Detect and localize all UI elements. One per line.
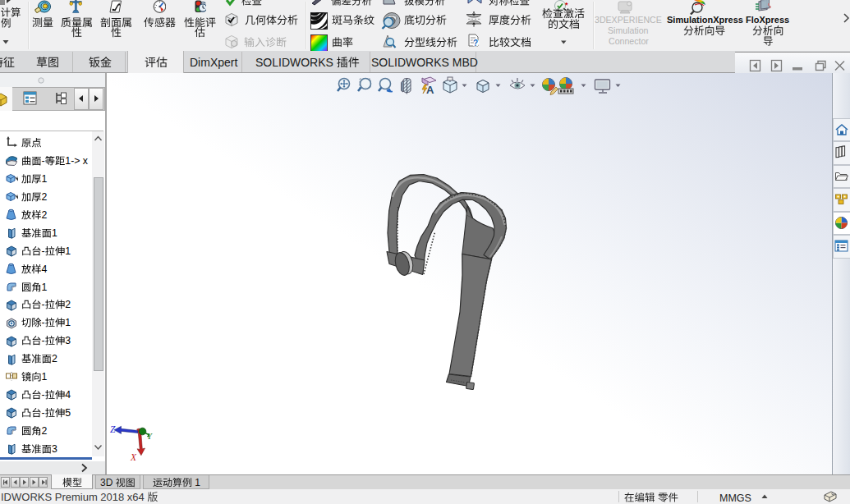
svg-text:1: 1 xyxy=(192,477,200,488)
svg-text:-: - xyxy=(42,300,45,311)
svg-text:Y: Y xyxy=(147,432,153,441)
svg-text:5: 5 xyxy=(65,407,71,419)
svg-text:2: 2 xyxy=(65,300,71,311)
svg-text:Simulation: Simulation xyxy=(608,25,649,35)
svg-text:1: 1 xyxy=(42,173,48,185)
svg-text:SimulationXpress: SimulationXpress xyxy=(667,15,743,25)
svg-text:-: - xyxy=(42,390,45,401)
svg-text:DimXpert: DimXpert xyxy=(190,56,237,69)
svg-text:-: - xyxy=(42,407,45,419)
svg-text:2: 2 xyxy=(42,191,48,203)
svg-text:Connector: Connector xyxy=(609,36,649,46)
svg-text:SOLIDWORKS MBD: SOLIDWORKS MBD xyxy=(371,56,478,69)
svg-text:IDWORKS Premium 2018 x64: IDWORKS Premium 2018 x64 xyxy=(1,491,147,503)
svg-text:4: 4 xyxy=(65,390,71,401)
svg-text:SOLIDWORKS: SOLIDWORKS xyxy=(255,56,337,69)
svg-text:3D: 3D xyxy=(100,477,116,488)
svg-text:Z: Z xyxy=(110,424,116,434)
svg-text:MMGS: MMGS xyxy=(719,493,751,504)
svg-text:1: 1 xyxy=(65,318,71,329)
svg-text:1-> x: 1-> x xyxy=(65,155,89,167)
svg-text:-: - xyxy=(42,155,45,167)
svg-text:FloXpress: FloXpress xyxy=(746,15,789,25)
svg-text:1: 1 xyxy=(42,372,48,383)
svg-text:3: 3 xyxy=(65,336,71,347)
svg-text:X: X xyxy=(130,452,137,462)
svg-text:3DEXPERIENCE: 3DEXPERIENCE xyxy=(595,14,662,24)
svg-text:3: 3 xyxy=(52,443,57,455)
svg-text:2: 2 xyxy=(42,209,48,221)
svg-text:-: - xyxy=(42,336,45,347)
svg-text:2: 2 xyxy=(52,354,57,365)
svg-text:1: 1 xyxy=(65,245,71,257)
svg-text:4: 4 xyxy=(42,263,48,275)
svg-text:-: - xyxy=(42,245,45,257)
svg-text:-: - xyxy=(42,318,45,329)
svg-text:2: 2 xyxy=(42,425,48,437)
svg-text:1: 1 xyxy=(52,227,57,239)
svg-text:1: 1 xyxy=(42,282,48,293)
